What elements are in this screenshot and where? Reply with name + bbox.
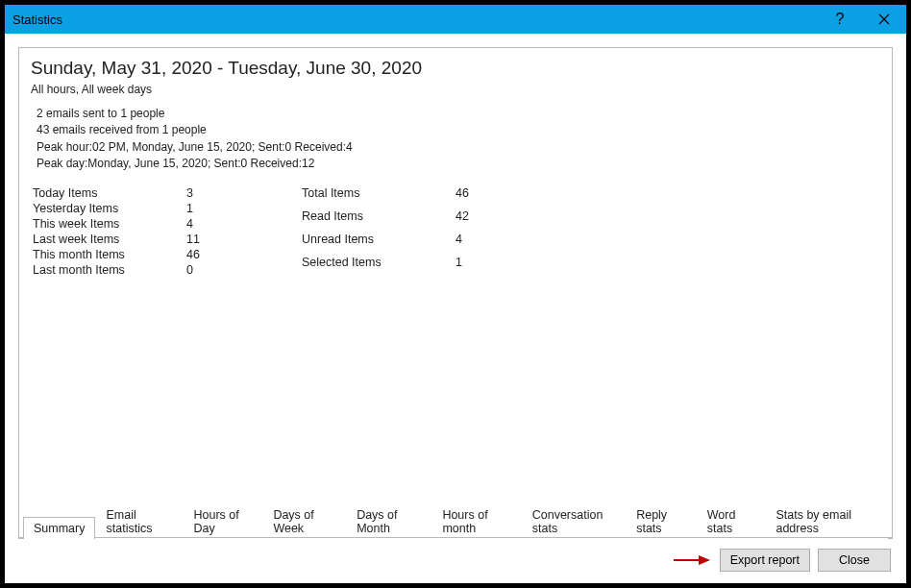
stats-grid: Today Items3 Yesterday Items1 This week … (33, 186, 880, 277)
tab-hours-of-month[interactable]: Hours of month (431, 503, 521, 539)
stats-col-right: Total Items46 Read Items42 Unread Items4… (302, 186, 494, 277)
stat-label: Selected Items (302, 256, 456, 277)
stat-label: This week Items (33, 217, 186, 231)
summary-info: 2 emails sent to 1 people 43 emails rece… (37, 106, 880, 173)
stat-value: 46 (186, 248, 225, 261)
tab-days-of-month[interactable]: Days of Month (346, 503, 431, 539)
stat-label: Last week Items (33, 233, 186, 246)
stat-value: 1 (456, 256, 494, 277)
stat-label: Yesterday Items (33, 202, 186, 215)
tab-summary[interactable]: Summary (23, 517, 95, 539)
window-title: Statistics (12, 12, 818, 27)
statistics-window: Statistics ? Sunday, May 31, 2020 - Tues… (4, 4, 907, 584)
svg-marker-1 (699, 555, 710, 565)
close-button[interactable]: Close (818, 549, 891, 572)
info-peak-day: Peak day:Monday, June 15, 2020; Sent:0 R… (37, 156, 880, 172)
stat-label: Read Items (302, 209, 456, 231)
stat-value: 46 (456, 186, 494, 208)
stat-label: This month Items (33, 248, 186, 261)
tab-email-statistics[interactable]: Email statistics (95, 503, 183, 539)
close-icon (878, 13, 890, 25)
footer: Export report Close (18, 539, 893, 574)
stat-value: 3 (186, 186, 225, 200)
tab-word-stats[interactable]: Word stats (697, 503, 766, 539)
stat-label: Total Items (302, 186, 456, 208)
info-peak-hour: Peak hour:02 PM, Monday, June 15, 2020; … (37, 139, 880, 156)
tab-hours-of-day[interactable]: Hours of Day (183, 503, 262, 539)
tab-reply-stats[interactable]: Reply stats (626, 503, 697, 539)
stat-value: 4 (186, 217, 225, 231)
stat-value: 11 (186, 233, 225, 246)
stat-value: 4 (456, 233, 494, 254)
date-range-heading: Sunday, May 31, 2020 - Tuesday, June 30,… (31, 58, 880, 79)
titlebar: Statistics ? (5, 5, 906, 34)
summary-panel: Sunday, May 31, 2020 - Tuesday, June 30,… (18, 47, 893, 539)
stat-label: Last month Items (33, 263, 186, 277)
stat-label: Today Items (33, 186, 186, 200)
tabstrip: Summary Email statistics Hours of Day Da… (19, 513, 892, 538)
help-button[interactable]: ? (818, 5, 862, 34)
close-window-button[interactable] (862, 5, 906, 34)
filter-subheading: All hours, All week days (31, 83, 880, 96)
info-received: 43 emails received from 1 people (37, 122, 880, 138)
info-sent: 2 emails sent to 1 people (37, 106, 880, 122)
content-area: Sunday, May 31, 2020 - Tuesday, June 30,… (5, 34, 906, 583)
annotation-arrow-icon (672, 552, 710, 568)
export-report-button[interactable]: Export report (720, 549, 810, 572)
stat-value: 42 (456, 209, 494, 231)
stat-label: Unread Items (302, 233, 456, 254)
tab-stats-by-email-address[interactable]: Stats by email address (765, 503, 888, 539)
stat-value: 0 (186, 263, 225, 277)
stats-col-left: Today Items3 Yesterday Items1 This week … (33, 186, 225, 277)
tab-conversation-stats[interactable]: Conversation stats (522, 503, 626, 539)
tab-days-of-week[interactable]: Days of Week (262, 503, 346, 539)
stat-value: 1 (186, 202, 225, 215)
